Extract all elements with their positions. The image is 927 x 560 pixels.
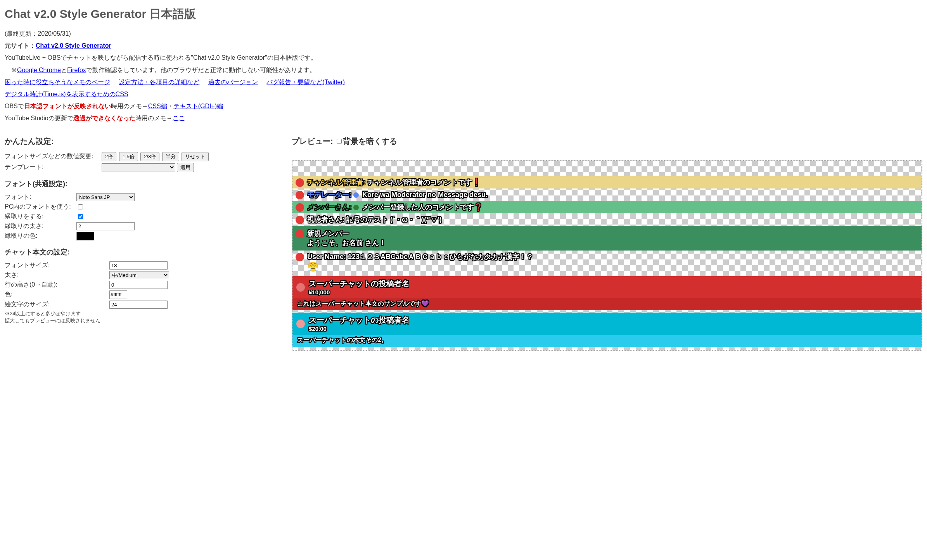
emoji-input[interactable] [109,301,168,309]
font-label: フォント: [5,193,76,201]
template-select[interactable] [102,163,175,171]
viewer-name: 視聴者さん: [307,216,344,223]
chat-line-member: メンバーさん: メンバー登録した人のコメントです❓ [292,201,922,213]
font-select[interactable]: Noto Sans JP [76,193,135,201]
avatar-icon [296,283,305,292]
owner-name: チャンネル管理者: [307,178,365,186]
emoji-label: 絵文字のサイズ: [5,301,109,309]
viewer-msg: 記号のテスト (´・ω・｀)(*'▽') [346,216,442,223]
chatbody-heading: チャット本文の設定: [5,247,276,257]
emoji-note2: 拡大してもプレビューには反映されません [5,317,276,324]
preview-box: チャンネル管理者: チャンネル管理者のコメントです❗ モデレーター: Kore … [292,160,922,351]
color-label: 色: [5,290,109,299]
link-past[interactable]: 過去のバージョン [208,79,258,85]
superchat-cyan: スーパーチャットの投稿者名 $20.00 スーパーチャットの本文その2。 [292,313,922,347]
chat-line-mod: モデレーター: Kore wa Moderator no Message des… [292,188,922,201]
superchat-red: スーパーチャットの投稿者名 ¥10,000 これはスーパーチャット本文のサンプル… [292,276,922,310]
btn-1-5x[interactable]: 1.5倍 [119,152,138,161]
sc2-name: スーパーチャットの投稿者名 [309,316,410,324]
btn-half[interactable]: 半分 [162,152,179,161]
avatar-icon [296,216,304,224]
outline-c-label: 縁取りの色: [5,232,76,240]
weight-select[interactable]: 中/Medium [109,271,169,279]
sc1-body: これはスーパーチャット本文のサンプルです💜 [292,298,922,310]
link-twitter[interactable]: バグ報告・要望など(Twitter) [266,79,345,85]
sc1-amount: ¥10,000 [309,289,330,296]
user-name: User Name: [307,253,346,261]
preview-heading: プレビュー: [292,137,335,145]
last-updated: (最終更新：2020/05/31) [5,28,922,39]
member-msg: メンバー登録した人のコメントです❓ [362,203,483,211]
size-input[interactable] [109,261,168,270]
avatar-icon [296,191,304,199]
btn-apply[interactable]: 適用 [177,163,194,172]
font-heading: フォント(共通設定): [5,179,276,188]
outline-c-input[interactable] [76,232,94,240]
page-title: Chat v2.0 Style Generator 日本語版 [5,6,922,22]
avatar-icon [296,230,304,238]
yt-red-note: 透過ができなくなった [73,115,135,121]
avatar-icon [296,253,304,261]
outline-w-label: 縁取りの太さ: [5,222,76,230]
scale-label: フォントサイズなどの数値変更: [5,152,102,161]
member-name: メンバーさん: [307,203,351,211]
size-label: フォントサイズ: [5,261,109,270]
newmember-title: 新規メンバー [307,230,349,237]
sc2-body: スーパーチャットの本文その2。 [292,335,922,347]
user-msg: 123１２３ABCabcＡＢＣａｂｃひらがなカタカナ漢字！？ [348,253,533,261]
pcfont-checkbox[interactable] [78,204,83,209]
avatar-icon [296,178,304,187]
obs-red-note: 日本語フォントが反映されない [24,103,111,109]
avatar-icon [296,203,304,212]
pcfont-label: PC内のフォントを使う: [5,203,76,211]
template-label: テンプレート: [5,163,102,171]
source-link[interactable]: Chat v2.0 Style Generator [36,42,111,49]
description: YouTubeLive + OBSでチャットを映しながら配信する時に使われる"C… [5,52,922,63]
link-memo[interactable]: 困った時に役立ちそうなメモのページ [5,79,110,85]
link-obs-css[interactable]: CSS編 [148,103,167,109]
mod-badge-icon [353,192,359,198]
avatar-icon [296,320,305,328]
chat-line-user: User Name: 123１２３ABCabcＡＢＣａｂｃひらがなカタカナ漢字！… [292,251,922,274]
newmember-msg: ようこそ、お名前 さん！ [307,239,386,247]
source-prefix: 元サイト： [5,42,36,49]
color-input[interactable] [109,290,127,299]
btn-reset[interactable]: リセット [182,152,209,161]
mod-name: モデレーター: [307,191,351,199]
dark-bg-label: 背景を暗くする [343,137,397,145]
lineheight-label: 行の高さ(0→自動): [5,281,109,289]
emoji-note1: ※24以上にすると多少ぼやけます [5,310,276,317]
user-emoji: 😤 [307,261,319,272]
link-yt-here[interactable]: ここ [173,115,185,121]
link-chrome[interactable]: Google Chrome [17,67,61,73]
lineheight-input[interactable] [109,281,168,289]
link-timeis[interactable]: デジタル時計(Time.is)を表示するためのCSS [5,91,128,97]
member-badge-icon [353,205,359,210]
link-obs-gdi[interactable]: テキスト(GDI+)編 [173,103,223,109]
sc2-amount: $20.00 [309,325,327,332]
owner-msg: チャンネル管理者のコメントです❗ [367,178,481,186]
link-firefox[interactable]: Firefox [67,67,86,73]
btn-2-3x[interactable]: 2/3倍 [140,152,159,161]
outline-checkbox[interactable] [78,214,83,219]
sc1-name: スーパーチャットの投稿者名 [309,279,410,288]
chat-line-viewer: 視聴者さん: 記号のテスト (´・ω・｀)(*'▽') [292,213,922,226]
outline-label: 縁取りをする: [5,213,76,221]
outline-w-input[interactable] [76,222,135,230]
link-settings[interactable]: 設定方法・各項目の詳細など [119,79,199,85]
weight-label: 太さ: [5,271,109,279]
mod-msg: Kore wa Moderator no Message desu. [362,191,488,199]
dark-bg-checkbox[interactable] [337,139,342,144]
btn-2x[interactable]: 2倍 [102,152,116,161]
chat-line-newmember: 新規メンバー ようこそ、お名前 さん！ [292,226,922,251]
easy-heading: かんたん設定: [5,136,276,147]
chat-line-owner: チャンネル管理者: チャンネル管理者のコメントです❗ [292,176,922,188]
